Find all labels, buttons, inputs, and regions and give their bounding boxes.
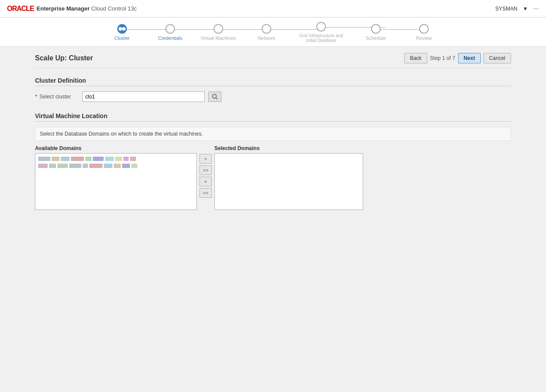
page-title: Scale Up: Cluster (35, 54, 93, 62)
header-left: ORACLE Enterprise Manager Cloud Control … (7, 5, 137, 13)
vm-location-section: Virtual Machine Location Select the Data… (35, 112, 511, 210)
move-all-left-button[interactable]: << (200, 188, 212, 198)
step-label-schedule: Schedule (366, 35, 386, 41)
cancel-button[interactable]: Cancel (483, 53, 511, 63)
cluster-definition-title: Cluster Definition (35, 77, 511, 86)
selected-domains-list[interactable] (214, 153, 363, 210)
main-content: Scale Up: Cluster Back Step 1 of 7 Next … (0, 47, 546, 392)
step-circle-cluster (117, 24, 127, 34)
cluster-definition-section: Cluster Definition * Select cluster (35, 77, 511, 102)
move-all-right-button[interactable]: >> (200, 165, 212, 175)
header-title: Enterprise Manager Cloud Control 13c (37, 5, 137, 12)
select-cluster-input[interactable] (82, 91, 205, 102)
product-edition: Cloud Control 13c (91, 5, 137, 12)
user-dropdown-icon[interactable]: ▼ (523, 6, 528, 12)
more-options-icon[interactable]: ··· (533, 5, 539, 13)
search-icon (211, 93, 218, 100)
step-schedule[interactable]: Schedule (352, 24, 400, 41)
back-button[interactable]: Back (404, 53, 427, 63)
step-circle-credentials (165, 24, 175, 34)
step-circle-schedule (371, 24, 381, 34)
list-item[interactable] (37, 162, 195, 169)
app-header: ORACLE Enterprise Manager Cloud Control … (0, 0, 546, 18)
oracle-logo: ORACLE (7, 5, 34, 13)
step-info: Step 1 of 7 (430, 55, 455, 61)
step-label-cluster: Cluster (115, 35, 130, 41)
selected-domains-label: Selected Domains (214, 145, 363, 151)
list-item[interactable] (37, 155, 195, 162)
step-grid-infra[interactable]: Grid Infrastructure and Initial Database (290, 22, 352, 43)
available-domains-label: Available Domains (35, 145, 197, 151)
step-label-review: Review (416, 35, 432, 41)
step-circle-review (419, 24, 429, 34)
selected-domains-panel: Selected Domains (214, 145, 363, 210)
available-domains-list[interactable] (35, 153, 197, 210)
next-button[interactable]: Next (458, 53, 481, 63)
step-circle-grid-infra (316, 22, 326, 32)
page-actions: Back Step 1 of 7 Next Cancel (404, 53, 511, 63)
user-name[interactable]: SYSMAN (495, 6, 518, 12)
transfer-buttons: > >> < << (197, 154, 214, 198)
step-circle-network (262, 24, 271, 34)
required-star: * (35, 94, 37, 100)
available-domains-panel: Available Domains (35, 145, 197, 210)
svg-point-0 (213, 94, 217, 98)
move-left-button[interactable]: < (200, 177, 212, 186)
step-virtual-machines[interactable]: Virtual Machines (194, 24, 242, 41)
step-label-grid-infra: Grid Infrastructure and Initial Database (299, 33, 343, 43)
header-right: SYSMAN ▼ ··· (495, 5, 539, 13)
vm-location-description: Select the Database Domains on which to … (35, 127, 511, 141)
page-header-bar: Scale Up: Cluster Back Step 1 of 7 Next … (35, 47, 511, 68)
domains-container: Available Domains (35, 145, 511, 210)
select-cluster-label: * Select cluster (35, 94, 79, 100)
step-label-virtual-machines: Virtual Machines (200, 35, 236, 41)
svg-line-1 (216, 98, 218, 100)
move-right-button[interactable]: > (200, 154, 212, 164)
product-name: Enterprise Manager (37, 5, 90, 12)
step-credentials[interactable]: Credentials (146, 24, 194, 41)
step-circle-virtual-machines (214, 24, 223, 34)
step-cluster[interactable]: Cluster (98, 24, 146, 41)
step-label-credentials: Credentials (158, 35, 182, 41)
step-label-network: Network (258, 35, 275, 41)
vm-location-title: Virtual Machine Location (35, 112, 511, 122)
step-review[interactable]: Review (400, 24, 448, 41)
select-cluster-row: * Select cluster (35, 91, 511, 102)
wizard-steps: Cluster Credentials Virtual Machines Net… (0, 18, 546, 47)
step-network[interactable]: Network (242, 24, 290, 41)
cluster-search-button[interactable] (208, 91, 221, 102)
